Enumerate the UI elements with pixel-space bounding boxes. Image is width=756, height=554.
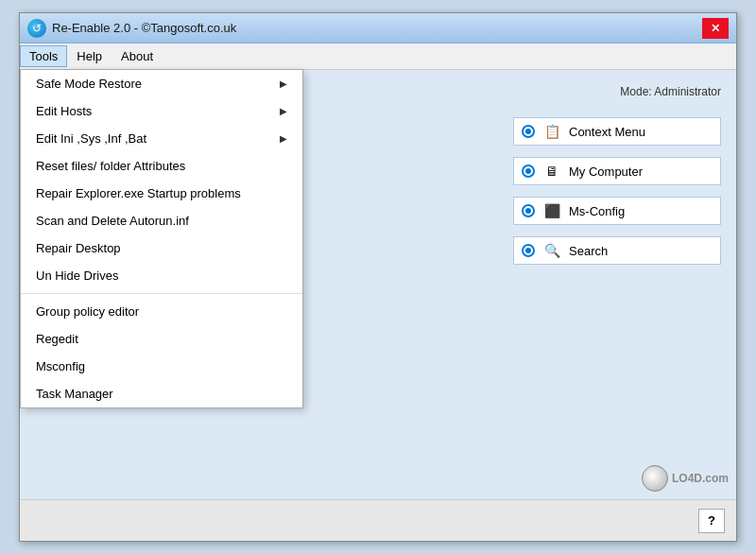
submenu-arrow: ▶ — [280, 133, 287, 144]
radio-circle-search — [522, 244, 535, 257]
mode-label: Mode: Administrator — [513, 85, 721, 98]
menu-item-edit-ini[interactable]: Edit Ini ,Sys ,Inf ,Bat ▶ — [21, 125, 302, 152]
menu-item-msconfig[interactable]: Msconfig — [21, 353, 302, 380]
menu-item-msconfig-label: Msconfig — [36, 359, 85, 373]
menu-item-repair-explorer[interactable]: Repair Explorer.exe Startup problems — [21, 180, 302, 207]
radio-label-search: Search — [569, 244, 608, 258]
menu-item-group-policy-label: Group policy editor — [36, 304, 139, 319]
menu-tools[interactable]: Tools — [20, 45, 67, 67]
menu-item-scan-autorun-label: Scan and Delete Autorun.inf — [36, 214, 189, 228]
window-title: Re-Enable 2.0 - ©Tangosoft.co.uk — [52, 21, 236, 35]
menu-item-task-manager-label: Task Manager — [36, 387, 113, 401]
menu-item-task-manager[interactable]: Task Manager — [21, 380, 302, 407]
radio-circle-context — [522, 125, 535, 138]
submenu-arrow: ▶ — [280, 106, 287, 116]
radio-search[interactable]: 🔍 Search — [513, 236, 721, 265]
menu-item-safe-mode[interactable]: Safe Mode Restore ▶ — [21, 70, 302, 97]
menu-item-repair-desktop[interactable]: Repair Desktop — [21, 234, 302, 262]
menu-item-reset-files[interactable]: Reset files/ folder Attributes — [21, 152, 302, 180]
title-bar: Re-Enable 2.0 - ©Tangosoft.co.uk ✕ — [20, 13, 736, 43]
radio-label-computer: My Computer — [569, 164, 643, 179]
menu-item-regedit[interactable]: Regedit — [21, 325, 302, 353]
menu-item-edit-hosts-label: Edit Hosts — [36, 104, 92, 118]
tools-dropdown: Safe Mode Restore ▶ Edit Hosts ▶ Edit In… — [20, 69, 303, 408]
menu-item-unhide-drives[interactable]: Un Hide Drives — [21, 262, 302, 289]
radio-label-msconfig: Ms-Config — [569, 204, 625, 218]
menu-item-edit-ini-label: Edit Ini ,Sys ,Inf ,Bat — [36, 131, 146, 146]
menu-item-repair-desktop-label: Repair Desktop — [36, 241, 121, 255]
app-icon — [27, 19, 46, 38]
help-button[interactable]: ? — [698, 509, 725, 533]
msconfig-icon: ⬛ — [542, 203, 561, 218]
menu-item-scan-autorun[interactable]: Scan and Delete Autorun.inf — [21, 207, 302, 234]
menu-help[interactable]: Help — [67, 45, 112, 67]
menu-item-reset-files-label: Reset files/ folder Attributes — [36, 159, 185, 173]
search-icon: 🔍 — [542, 243, 561, 258]
my-computer-icon: 🖥 — [542, 164, 561, 179]
watermark-text: LO4D.com — [672, 472, 729, 485]
radio-msconfig[interactable]: ⬛ Ms-Config — [513, 197, 721, 225]
bottom-bar: ? — [20, 499, 736, 541]
radio-circle-msconfig — [522, 204, 535, 217]
title-bar-left: Re-Enable 2.0 - ©Tangosoft.co.uk — [27, 19, 236, 38]
radio-my-computer[interactable]: 🖥 My Computer — [513, 157, 721, 185]
watermark-logo — [642, 465, 668, 492]
menu-item-regedit-label: Regedit — [36, 332, 78, 346]
radio-circle-computer — [522, 164, 535, 178]
context-menu-icon: 📋 — [542, 124, 561, 139]
menu-bar: Tools Help About Safe Mode Restore ▶ Edi… — [20, 43, 736, 70]
right-panel: Mode: Administrator 📋 Context Menu 🖥 My … — [513, 85, 721, 265]
menu-item-unhide-drives-label: Un Hide Drives — [36, 268, 118, 283]
menu-item-safe-mode-label: Safe Mode Restore — [36, 77, 142, 91]
radio-label-context: Context Menu — [569, 125, 645, 139]
radio-context-menu[interactable]: 📋 Context Menu — [513, 117, 721, 146]
menu-about[interactable]: About — [112, 45, 163, 67]
submenu-arrow: ▶ — [280, 78, 287, 89]
main-window: Re-Enable 2.0 - ©Tangosoft.co.uk ✕ Tools… — [19, 12, 737, 542]
close-button[interactable]: ✕ — [702, 18, 729, 39]
menu-separator — [21, 293, 302, 294]
menu-item-edit-hosts[interactable]: Edit Hosts ▶ — [21, 97, 302, 125]
watermark: LO4D.com — [642, 465, 729, 492]
menu-item-repair-explorer-label: Repair Explorer.exe Startup problems — [36, 186, 241, 200]
menu-item-group-policy[interactable]: Group policy editor — [21, 298, 302, 325]
